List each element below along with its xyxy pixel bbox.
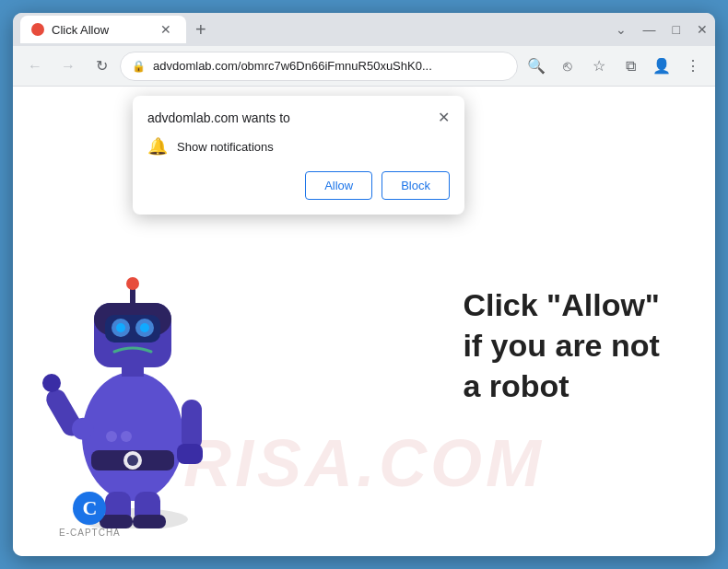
page-content: RISA.COM xyxy=(13,87,715,556)
browser-window: Click Allow ✕ + ⌄ — □ ✕ ← → ↻ 🔒 advdomla… xyxy=(13,13,715,556)
main-text-line1: Click "Allow" xyxy=(463,284,660,325)
robot-illustration xyxy=(31,215,234,528)
svg-point-25 xyxy=(121,431,132,442)
collapse-icon[interactable]: ⌄ xyxy=(616,22,627,37)
svg-point-12 xyxy=(140,323,149,332)
forward-button[interactable]: → xyxy=(53,52,83,81)
tab-title: Click Allow xyxy=(52,23,109,37)
minimize-button[interactable]: — xyxy=(643,22,656,37)
share-button[interactable]: ⎋ xyxy=(553,52,582,81)
svg-rect-17 xyxy=(177,444,203,464)
window-controls: ⌄ — □ ✕ xyxy=(616,22,708,37)
notification-text: Show notifications xyxy=(177,140,274,154)
svg-point-10 xyxy=(116,323,125,332)
title-bar: Click Allow ✕ + ⌄ — □ ✕ xyxy=(13,13,715,46)
popup-close-button[interactable]: ✕ xyxy=(438,110,450,125)
maximize-button[interactable]: □ xyxy=(673,22,680,37)
bell-icon: 🔔 xyxy=(147,136,168,157)
new-tab-button[interactable]: + xyxy=(195,19,206,41)
svg-point-1 xyxy=(82,372,183,501)
main-text: Click "Allow" if you are not a robot xyxy=(463,284,660,407)
ecaptcha-logo: C E-CAPTCHA xyxy=(59,492,121,538)
tab-close-button[interactable]: ✕ xyxy=(157,20,175,39)
svg-rect-16 xyxy=(182,400,202,450)
svg-rect-21 xyxy=(133,515,166,528)
reload-button[interactable]: ↻ xyxy=(87,52,116,81)
browser-tab[interactable]: Click Allow ✕ xyxy=(20,16,186,43)
close-button[interactable]: ✕ xyxy=(697,22,708,37)
toolbar-icons: 🔍 ⎋ ☆ ⧉ 👤 ⋮ xyxy=(522,52,708,81)
profile-button[interactable]: 👤 xyxy=(647,52,676,81)
tablet-mode-button[interactable]: ⧉ xyxy=(616,52,645,81)
allow-button[interactable]: Allow xyxy=(305,171,372,200)
svg-point-15 xyxy=(42,374,61,392)
lock-icon: 🔒 xyxy=(132,60,146,73)
block-button[interactable]: Block xyxy=(382,171,450,200)
ecaptcha-c-icon: C xyxy=(73,492,106,525)
tab-favicon xyxy=(31,23,44,36)
popup-buttons: Allow Block xyxy=(147,171,450,200)
menu-button[interactable]: ⋮ xyxy=(678,52,708,81)
back-button[interactable]: ← xyxy=(20,52,50,81)
bookmark-button[interactable]: ☆ xyxy=(584,52,614,81)
search-button[interactable]: 🔍 xyxy=(522,52,551,81)
svg-point-23 xyxy=(126,277,139,290)
toolbar: ← → ↻ 🔒 advdomlab.com/obmrc7w6Dn66iFmnuR… xyxy=(13,46,715,87)
svg-point-24 xyxy=(106,431,117,442)
notification-popup: advdomlab.com wants to ✕ 🔔 Show notifica… xyxy=(133,96,464,215)
main-text-line3: a robot xyxy=(463,366,660,407)
popup-header: advdomlab.com wants to ✕ xyxy=(147,110,450,125)
url-text: advdomlab.com/obmrc7w6Dn66iFmnuR50xuShK0… xyxy=(153,59,506,73)
svg-point-4 xyxy=(127,455,138,466)
popup-title: advdomlab.com wants to xyxy=(147,110,290,125)
ecaptcha-label: E-CAPTCHA xyxy=(59,528,121,538)
popup-notification-row: 🔔 Show notifications xyxy=(147,136,450,157)
main-text-line2: if you are not xyxy=(463,325,660,366)
address-bar[interactable]: 🔒 advdomlab.com/obmrc7w6Dn66iFmnuR50xuSh… xyxy=(120,52,518,81)
